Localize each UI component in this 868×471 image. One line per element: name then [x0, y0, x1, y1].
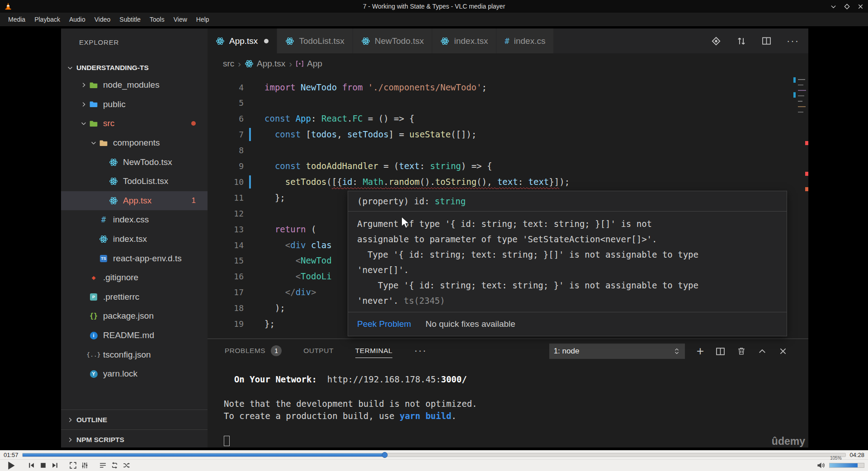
seek-bar[interactable]	[22, 453, 846, 457]
section-outline[interactable]: OUTLINE	[61, 410, 208, 429]
more-actions-icon[interactable]: ···	[787, 35, 799, 47]
seek-handle[interactable]	[382, 452, 387, 458]
stop-button[interactable]	[37, 460, 49, 471]
tree-item-label: TodoList.tsx	[123, 176, 168, 186]
error-tooltip: (property) id: string Argument of type '…	[348, 191, 787, 336]
fullscreen-button[interactable]	[67, 460, 79, 471]
tab-label: NewTodo.tsx	[375, 36, 424, 46]
tree-item-src[interactable]: src	[61, 114, 208, 133]
tab-index-cs[interactable]: #index.cs	[496, 28, 554, 53]
volume-slider[interactable]	[829, 463, 864, 468]
video-area[interactable]: EXPLORER UNDERSTANDING-TS node_modulespu…	[0, 26, 868, 450]
modified-gutter-mark	[249, 175, 251, 188]
tree-item-label: react-app-env.d.ts	[113, 254, 182, 264]
previous-button[interactable]	[25, 460, 37, 471]
tab-index-tsx[interactable]: index.tsx	[432, 28, 496, 53]
elapsed-time: 01:57	[4, 452, 19, 458]
mouse-cursor	[400, 216, 411, 230]
breadcrumb[interactable]: src›App.tsx›App	[208, 53, 808, 74]
terminal-output[interactable]: On Your Network: http://192.168.178.45:3…	[224, 373, 804, 447]
window-maximize-button[interactable]	[843, 2, 851, 10]
breadcrumb-app-tsx[interactable]: App.tsx	[245, 59, 285, 69]
minimap-line	[798, 85, 803, 85]
overview-error-mark	[805, 172, 808, 176]
maximize-panel-icon[interactable]	[758, 347, 767, 356]
line-number: 11	[208, 190, 244, 206]
split-editor-icon[interactable]	[762, 36, 771, 46]
css-icon: #	[505, 37, 509, 46]
random-button[interactable]	[120, 460, 132, 471]
tree-item-label: tsconfig.json	[103, 350, 151, 360]
tree-item-index-tsx[interactable]: index.tsx	[61, 230, 208, 249]
error-count-badge: 1	[192, 196, 196, 205]
react-icon	[98, 235, 109, 244]
tree-item-todolist-tsx[interactable]: TodoList.tsx	[61, 172, 208, 191]
play-button[interactable]	[4, 460, 19, 471]
panel-more-icon[interactable]: ···	[414, 345, 427, 359]
tree-item-index-css[interactable]: #index.css	[61, 210, 208, 230]
menu-media[interactable]: Media	[4, 14, 30, 25]
menu-video[interactable]: Video	[90, 14, 115, 25]
tree-item-readme-md[interactable]: iREADME.md	[61, 326, 208, 345]
new-terminal-icon[interactable]: +	[697, 347, 704, 356]
minimap-line	[798, 106, 806, 107]
extended-settings-button[interactable]	[79, 460, 90, 471]
peek-problem-link[interactable]: Peek Problem	[357, 319, 411, 329]
split-terminal-icon[interactable]	[716, 347, 725, 356]
tree-item-react-app-env-d-ts[interactable]: TSreact-app-env.d.ts	[61, 249, 208, 268]
menu-playback[interactable]: Playback	[30, 14, 65, 25]
minimap-modified-mark	[793, 77, 796, 83]
next-button[interactable]	[49, 460, 61, 471]
close-panel-icon[interactable]	[778, 347, 788, 356]
tree-item-gitignore[interactable]: ◆.gitignore	[61, 268, 208, 287]
panel-tab-output[interactable]: OUTPUT	[303, 347, 334, 358]
speaker-icon[interactable]	[815, 460, 826, 471]
tab-app-tsx[interactable]: App.tsx	[208, 28, 277, 53]
volume-control[interactable]: 105%	[815, 460, 864, 471]
line-number: 9	[208, 158, 244, 174]
tree-item-public[interactable]: public	[61, 95, 208, 114]
vlc-titlebar[interactable]: 7 - Working with State & Types - VLC med…	[0, 0, 868, 13]
tree-item-package-json[interactable]: {}package.json	[61, 306, 208, 326]
open-changes-icon[interactable]	[711, 36, 721, 46]
terminal-cursor	[224, 436, 230, 446]
terminal-selector[interactable]: 1: node	[549, 344, 685, 359]
line-number: 15	[208, 253, 244, 268]
chevron-down-icon	[66, 65, 75, 71]
minimap-modified-mark	[793, 92, 796, 98]
panel-tab-terminal[interactable]: TERMINAL	[355, 347, 392, 358]
compare-changes-icon[interactable]	[736, 36, 746, 46]
terminal-line: Note that the development build is not o…	[224, 398, 804, 410]
panel-tab-problems[interactable]: PROBLEMS1	[225, 345, 282, 359]
playlist-button[interactable]	[97, 460, 108, 471]
window-close-button[interactable]	[856, 2, 864, 10]
kill-terminal-icon[interactable]	[737, 347, 746, 356]
info-icon: i	[88, 331, 99, 340]
loop-button[interactable]	[108, 460, 120, 471]
window-minimize-button[interactable]	[829, 2, 837, 10]
tree-item-components[interactable]: components	[61, 133, 208, 153]
tree-item-tsconfig-json[interactable]: {..}tsconfig.json	[61, 345, 208, 364]
breadcrumb-app[interactable]: App	[296, 59, 322, 69]
menu-tools[interactable]: Tools	[145, 14, 169, 25]
tree-item-node-modules[interactable]: node_modules	[61, 75, 208, 95]
section-npm-scripts[interactable]: NPM SCRIPTS	[61, 429, 208, 449]
tree-item-yarn-lock[interactable]: Yyarn.lock	[61, 364, 208, 384]
line-number: 6	[208, 111, 244, 127]
tab-newtodo-tsx[interactable]: NewTodo.tsx	[353, 28, 433, 53]
terminal-line: On Your Network: http://192.168.178.45:3…	[224, 373, 804, 386]
menu-subtitle[interactable]: Subtitle	[115, 14, 145, 25]
react-icon	[285, 37, 294, 46]
tab-todolist-tsx[interactable]: TodoList.tsx	[277, 28, 353, 53]
explorer-root-folder[interactable]: UNDERSTANDING-TS	[61, 61, 208, 75]
braces-icon: {..}	[88, 350, 99, 359]
menu-help[interactable]: Help	[192, 14, 214, 25]
breadcrumb-src[interactable]: src	[223, 59, 234, 69]
menu-view[interactable]: View	[169, 14, 192, 25]
menu-audio[interactable]: Audio	[65, 14, 90, 25]
tree-item-prettierrc[interactable]: P.prettierrc	[61, 287, 208, 307]
tree-item-app-tsx[interactable]: App.tsx1	[61, 191, 208, 211]
tree-item-newtodo-tsx[interactable]: NewTodo.tsx	[61, 152, 208, 172]
tab-label: TodoList.tsx	[299, 36, 344, 46]
terminal-line	[224, 386, 804, 398]
